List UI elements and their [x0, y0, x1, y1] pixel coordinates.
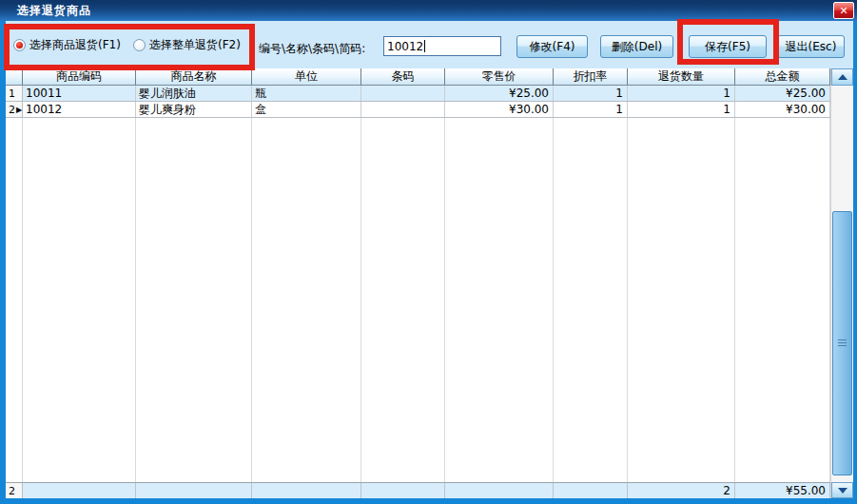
table-cell — [361, 86, 445, 101]
window-title: 选择退货商品 — [0, 3, 91, 19]
column-guide-line — [23, 118, 136, 482]
table-body: 110011婴儿润肤油瓶¥25.0011¥25.002▶10012婴儿爽身粉盒¥… — [6, 86, 853, 118]
scrollbar-thumb[interactable] — [832, 211, 852, 475]
save-button[interactable]: 保存(F5) — [689, 35, 767, 58]
column-header: 零售价 — [445, 68, 554, 85]
radio-return-whole-order[interactable]: 选择整单退货(F2) — [133, 37, 241, 53]
delete-button[interactable]: 删除(Del) — [600, 35, 673, 58]
title-bar: 选择退货商品 ✕ — [0, 0, 857, 21]
column-header: 商品编码 — [23, 68, 136, 85]
radio-selected-dot — [16, 42, 23, 48]
summary-row-count: 2 — [6, 483, 23, 498]
radio-return-by-product[interactable]: 选择商品退货(F1) — [13, 37, 121, 53]
column-guide-line — [361, 118, 445, 482]
column-header: 商品名称 — [136, 68, 252, 85]
table-cell: 1 — [554, 86, 628, 101]
summary-cell — [136, 483, 252, 498]
table-cell: 1 — [554, 102, 628, 117]
table-cell: 瓶 — [252, 86, 361, 101]
column-guide-line — [628, 118, 735, 482]
text-caret — [424, 40, 425, 52]
products-table: 商品编码商品名称单位条码零售价折扣率退货数量总金额 110011婴儿润肤油瓶¥2… — [6, 68, 853, 498]
column-guide-line — [554, 118, 628, 482]
summary-cell — [23, 483, 136, 498]
scrollbar-up-button[interactable] — [831, 68, 853, 86]
column-guide-line — [136, 118, 252, 482]
vertical-scrollbar — [830, 68, 853, 498]
column-guide-line — [445, 118, 554, 482]
row-number-cell: 1 — [6, 86, 23, 101]
table-summary-row: 22¥55.00 — [6, 482, 830, 498]
summary-total-amount: ¥55.00 — [735, 483, 830, 498]
table-header-row: 商品编码商品名称单位条码零售价折扣率退货数量总金额 — [6, 68, 853, 86]
row-number-cell: 2▶ — [6, 102, 23, 117]
radio-button-icon — [13, 39, 26, 51]
table-row[interactable]: 110011婴儿润肤油瓶¥25.0011¥25.00 — [6, 86, 853, 102]
column-guide-line — [6, 118, 23, 482]
summary-total-quantity: 2 — [628, 483, 735, 498]
thumb-grip-icon — [838, 339, 847, 347]
search-input[interactable]: 10012 — [383, 36, 501, 56]
column-guide-line — [252, 118, 361, 482]
scrollbar-track[interactable] — [831, 86, 853, 482]
toolbar: 选择商品退货(F1) 选择整单退货(F2) 编号\名称\条码\简码: 10012… — [6, 21, 853, 68]
column-header: 折扣率 — [554, 68, 628, 85]
radio-label: 选择整单退货(F2) — [149, 37, 241, 53]
column-guide-line — [735, 118, 830, 482]
column-header: 条码 — [361, 68, 445, 85]
table-empty-area — [6, 118, 830, 482]
table-cell: 1 — [628, 102, 735, 117]
table-row[interactable]: 2▶10012婴儿爽身粉盒¥30.0011¥30.00 — [6, 102, 853, 118]
exit-button[interactable]: 退出(Esc) — [777, 35, 845, 58]
table-cell: ¥30.00 — [445, 102, 554, 117]
summary-cell — [445, 483, 554, 498]
close-button[interactable]: ✕ — [833, 2, 854, 19]
modify-button[interactable]: 修改(F4) — [516, 35, 588, 58]
search-value: 10012 — [387, 40, 423, 53]
table-cell: 1 — [628, 86, 735, 101]
up-arrow-icon — [838, 74, 847, 80]
return-goods-dialog: 选择退货商品 ✕ 选择商品退货(F1) 选择整单退货(F2) 编号\名称\条码\… — [0, 0, 857, 504]
table-cell: ¥30.00 — [735, 102, 830, 117]
close-icon: ✕ — [839, 5, 847, 17]
current-row-indicator-icon: ▶ — [16, 106, 22, 114]
table-cell: 婴儿爽身粉 — [136, 102, 252, 117]
scrollbar-down-button[interactable] — [831, 482, 853, 498]
summary-cell — [361, 483, 445, 498]
column-header: 总金额 — [735, 68, 830, 85]
summary-cell — [252, 483, 361, 498]
table-cell: ¥25.00 — [735, 86, 830, 101]
table-cell: ¥25.00 — [445, 86, 554, 101]
header-corner-cell — [6, 68, 23, 85]
radio-label: 选择商品退货(F1) — [29, 37, 121, 53]
table-cell: 婴儿润肤油 — [136, 86, 252, 101]
summary-cell — [554, 483, 628, 498]
table-cell — [361, 102, 445, 117]
column-header: 退货数量 — [628, 68, 735, 85]
down-arrow-icon — [838, 488, 847, 494]
radio-button-icon — [133, 39, 146, 51]
table-cell: 10012 — [23, 102, 136, 117]
column-header: 单位 — [252, 68, 361, 85]
table-cell: 盒 — [252, 102, 361, 117]
table-cell: 10011 — [23, 86, 136, 101]
search-label: 编号\名称\条码\简码: — [259, 41, 365, 57]
